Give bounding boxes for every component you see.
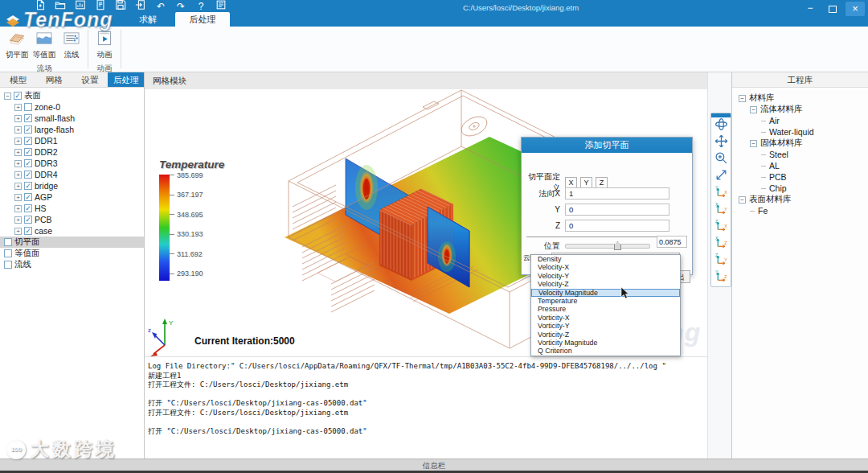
tree-item[interactable]: +✓case: [0, 225, 144, 236]
redo-button[interactable]: ↷: [174, 1, 187, 13]
expand-icon[interactable]: +: [14, 104, 22, 111]
dropdown-option[interactable]: Q Criterion: [531, 347, 680, 355]
expand-icon[interactable]: +: [14, 126, 22, 134]
visibility-checkbox[interactable]: ✓: [24, 171, 32, 179]
collapse-icon[interactable]: −: [750, 140, 757, 147]
collapse-icon[interactable]: −: [750, 106, 757, 113]
tree-item[interactable]: +✓DDR1: [0, 135, 144, 146]
fit-view-button[interactable]: [711, 168, 731, 185]
visibility-checkbox[interactable]: ✓: [24, 125, 32, 134]
library-tree-item[interactable]: −表面材料库: [739, 194, 868, 205]
library-tree-item[interactable]: −材料库: [739, 93, 868, 104]
tree-item[interactable]: 切平面: [0, 236, 144, 248]
pan-button[interactable]: [711, 134, 731, 151]
dropdown-option[interactable]: Vorticity-Z: [531, 331, 680, 339]
left-tab-0[interactable]: 模型: [0, 72, 36, 87]
ribbon-tab-1[interactable]: 后处理: [175, 12, 230, 27]
tree-item[interactable]: +✓AGP: [0, 191, 144, 203]
dropdown-option[interactable]: Velocity-Z: [531, 280, 680, 288]
zoom-in-button[interactable]: [711, 151, 731, 168]
normal-input[interactable]: [565, 204, 669, 216]
library-tree-item[interactable]: PCB: [739, 171, 868, 183]
expand-icon[interactable]: +: [14, 171, 22, 179]
view-yx-button[interactable]: YX: [711, 185, 731, 202]
expand-icon[interactable]: +: [14, 205, 22, 212]
log-panel-button[interactable]: [215, 1, 227, 13]
view-xy-button[interactable]: XY: [711, 202, 731, 219]
collapse-icon[interactable]: −: [4, 93, 11, 100]
collapse-icon[interactable]: −: [739, 95, 746, 102]
position-slider[interactable]: [565, 244, 650, 249]
view-zy-button[interactable]: ZY: [711, 253, 731, 269]
expand-icon[interactable]: +: [14, 216, 22, 224]
tree-item[interactable]: −✓表面: [0, 90, 144, 101]
axis-z-button[interactable]: Z: [596, 177, 608, 188]
close-button[interactable]: ×: [845, 2, 865, 16]
ribbon-cut-plane-button[interactable]: 切平面: [3, 29, 31, 60]
dropdown-option[interactable]: Temperature: [531, 297, 680, 305]
collapse-icon[interactable]: −: [739, 196, 746, 204]
save-button[interactable]: [114, 1, 127, 13]
library-tree-item[interactable]: −固体材料库: [739, 138, 868, 149]
view-yz-button[interactable]: YZ: [711, 269, 731, 286]
library-tree-item[interactable]: Steel: [739, 149, 868, 160]
visibility-checkbox[interactable]: ✓: [24, 148, 32, 156]
expand-icon[interactable]: +: [14, 138, 22, 145]
dropdown-option[interactable]: Vorticity Magnitude: [531, 339, 680, 347]
minimize-button[interactable]: −: [800, 2, 820, 16]
expand-icon[interactable]: +: [14, 183, 22, 190]
tree-item[interactable]: +zone-0: [0, 101, 144, 113]
dropdown-option[interactable]: Velocity Magnitude: [531, 289, 680, 297]
library-tree-item[interactable]: AL: [739, 160, 868, 171]
position-slider-thumb[interactable]: [614, 241, 621, 250]
left-tab-1[interactable]: 网格: [36, 72, 72, 87]
dropdown-option[interactable]: Velocity-X: [531, 263, 680, 271]
tree-item[interactable]: +✓PCB: [0, 214, 144, 225]
tree-item[interactable]: +✓large-flash: [0, 124, 144, 135]
expand-icon[interactable]: +: [14, 194, 22, 201]
visibility-checkbox[interactable]: ✓: [24, 193, 32, 201]
tree-item[interactable]: +✓DDR3: [0, 158, 144, 169]
visibility-checkbox[interactable]: [4, 238, 12, 246]
ribbon-iso-surface-button[interactable]: 等值面: [31, 29, 58, 60]
dialog-title[interactable]: 添加切平面: [522, 138, 692, 153]
visibility-checkbox[interactable]: [24, 103, 32, 111]
help-button[interactable]: ?: [194, 1, 207, 13]
dropdown-option[interactable]: Density: [531, 255, 680, 263]
tree-item[interactable]: +✓DDR2: [0, 146, 144, 158]
library-tree-item[interactable]: Fe: [739, 205, 868, 216]
visibility-checkbox[interactable]: ✓: [24, 159, 32, 167]
visibility-checkbox[interactable]: ✓: [24, 182, 32, 190]
dropdown-option[interactable]: Vorticity-X: [531, 314, 680, 322]
expand-icon[interactable]: +: [14, 149, 22, 156]
visibility-checkbox[interactable]: ✓: [24, 216, 32, 224]
visibility-checkbox[interactable]: [4, 249, 12, 257]
orbit-button[interactable]: [711, 117, 731, 134]
tree-item[interactable]: +✓bridge: [0, 180, 144, 191]
visibility-checkbox[interactable]: [4, 261, 12, 269]
view-zx-button[interactable]: ZX: [711, 219, 731, 236]
undo-button[interactable]: ↶: [154, 1, 167, 13]
library-tree-item[interactable]: Air: [739, 115, 868, 126]
export-button[interactable]: [134, 1, 147, 13]
library-tree-item[interactable]: −流体材料库: [739, 104, 868, 115]
tree-item[interactable]: 等值面: [0, 248, 144, 259]
position-value-input[interactable]: [657, 236, 687, 248]
tree-item[interactable]: +✓DDR4: [0, 169, 144, 180]
axis-x-button[interactable]: X: [565, 177, 577, 188]
tree-item[interactable]: 流线: [0, 259, 144, 270]
visibility-checkbox[interactable]: ✓: [24, 137, 32, 145]
library-tree-item[interactable]: Water-liquid: [739, 126, 868, 138]
dropdown-option[interactable]: Velocity-Y: [531, 272, 680, 280]
axis-y-button[interactable]: Y: [580, 177, 592, 188]
visibility-checkbox[interactable]: ✓: [24, 114, 32, 122]
library-tree-item[interactable]: Chip: [739, 183, 868, 194]
maximize-button[interactable]: [823, 2, 842, 16]
left-tab-3[interactable]: 后处理: [108, 72, 144, 87]
visibility-checkbox[interactable]: ✓: [14, 92, 22, 100]
ribbon-tab-0[interactable]: 求解: [121, 12, 175, 27]
view-xz-button[interactable]: XZ: [711, 236, 731, 253]
normal-input[interactable]: [565, 220, 669, 232]
visibility-checkbox[interactable]: ✓: [24, 204, 32, 212]
dropdown-option[interactable]: Pressure: [531, 305, 680, 313]
